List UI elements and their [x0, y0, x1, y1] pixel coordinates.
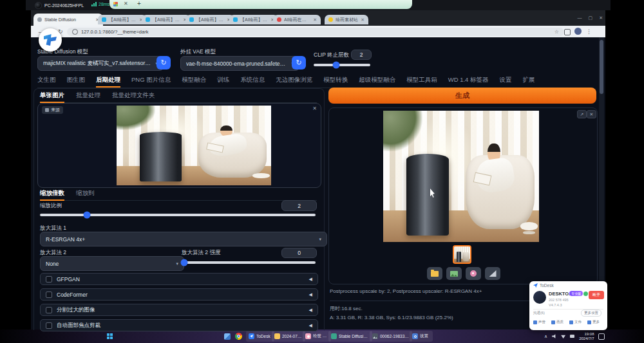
upscaler2-visibility-slider[interactable]: [182, 261, 316, 264]
resize-value[interactable]: 2: [281, 200, 317, 211]
taskbar-item-settings[interactable]: 设置: [410, 331, 433, 342]
image-upload-area[interactable]: 来源 ✕: [37, 103, 321, 188]
browser-tab[interactable]: AI绘画在线教程✕: [273, 15, 321, 24]
taskbar-item-folder[interactable]: 2024-07-07: [272, 331, 305, 342]
chat-section-label[interactable]: 沟通(6): [533, 311, 545, 315]
battery-icon[interactable]: [570, 335, 574, 338]
slider-knob[interactable]: [333, 62, 340, 69]
volume-icon[interactable]: [552, 334, 556, 338]
todesk-window[interactable]: ToDesk DESKTO... 专业版 断开 202 578 495 V4.7…: [529, 281, 607, 330]
subtab-batch-from-dir[interactable]: 批量处理文件夹: [112, 91, 155, 100]
upscaler2-visibility-value[interactable]: 0: [281, 248, 317, 258]
checkbox[interactable]: [46, 276, 52, 283]
address-bar[interactable]: 127.0.0.1:7860/?__theme=dark ☆: [67, 28, 564, 36]
tab-checkpoint-merger[interactable]: 模型融合: [182, 76, 206, 84]
maximize-icon[interactable]: ▢: [589, 15, 593, 21]
taskbar-item-huishi[interactable]: 绘世 2.6.1: [303, 331, 331, 342]
bookmark-star-icon[interactable]: ☆: [554, 29, 559, 35]
source-chip[interactable]: 来源: [42, 106, 63, 114]
save-image-button[interactable]: [446, 267, 462, 280]
checkbox[interactable]: [46, 292, 52, 298]
tab-img2img[interactable]: 图生图: [67, 76, 86, 84]
tab-system-info[interactable]: 系统信息: [240, 76, 265, 84]
disconnect-button[interactable]: 断开: [589, 291, 604, 299]
site-info-icon[interactable]: [72, 29, 78, 35]
tray-chevron-icon[interactable]: ∧: [544, 334, 547, 339]
tab-extensions[interactable]: 扩展: [523, 76, 535, 84]
clip-skip-value[interactable]: 2: [351, 50, 372, 60]
quick-action-more[interactable]: 更多: [587, 320, 600, 324]
browser-menu-icon[interactable]: ⋮: [586, 28, 592, 35]
generated-image[interactable]: [383, 111, 539, 242]
subtab-scale-to[interactable]: 缩放到: [76, 189, 95, 198]
more-settings-button[interactable]: 更多设置: [581, 310, 601, 317]
scrollbar-thumb[interactable]: [600, 40, 603, 94]
minimize-icon[interactable]: —: [578, 15, 582, 21]
call-icon[interactable]: [583, 292, 588, 296]
vae-dropdown[interactable]: vae-ft-mse-840000-ema-pruned.safetensors…: [180, 56, 299, 71]
slider-knob[interactable]: [181, 259, 188, 266]
upscaler1-dropdown[interactable]: R-ESRGAN 4x+▾: [40, 232, 327, 246]
send-to-img2img-button[interactable]: [466, 267, 481, 280]
clip-skip-slider[interactable]: [314, 64, 370, 66]
tab-png-info[interactable]: PNG 图片信息: [131, 76, 171, 84]
profile-avatar[interactable]: [574, 28, 582, 35]
accordion-auto-focal-crop[interactable]: 自动面部焦点剪裁◀: [40, 319, 318, 331]
checkbox[interactable]: [46, 322, 52, 329]
subtab-scale-by[interactable]: 缩放倍数: [40, 189, 64, 201]
subtab-single-image[interactable]: 单张图片: [40, 91, 64, 103]
session-tab[interactable]: PC-20240625HFPL: [32, 1, 93, 10]
tab-model-toolkit[interactable]: 模型工具箱: [406, 76, 437, 84]
expand-icon[interactable]: ↗: [577, 110, 587, 118]
quick-action-files[interactable]: 文件: [569, 320, 582, 324]
taskbar-item-todesk[interactable]: ToDesk: [246, 331, 274, 342]
notification-icon[interactable]: [598, 333, 605, 340]
uploaded-image[interactable]: [117, 106, 271, 185]
taskbar-item-console[interactable]: Stable Diffusion -Setup: [328, 331, 372, 342]
slider-knob[interactable]: [83, 212, 90, 219]
tab-supermerger[interactable]: 超级模型融合: [359, 76, 395, 84]
browser-tab[interactable]: 【AI绘画】模型下载与使用✕: [142, 15, 191, 24]
generate-button[interactable]: 生成: [328, 88, 596, 104]
resize-slider[interactable]: [40, 214, 316, 216]
close-preview-icon[interactable]: ✕: [587, 110, 596, 118]
chrome-icon[interactable]: [235, 333, 242, 340]
refresh-sd-model-button[interactable]: ↻: [156, 56, 171, 70]
start-button-icon[interactable]: [107, 333, 113, 339]
task-view-icon[interactable]: [224, 333, 231, 340]
checkbox[interactable]: [46, 307, 52, 313]
tab-wd14-tagger[interactable]: WD 1.4 标签器: [448, 76, 489, 84]
session-close-icon[interactable]: ✕: [124, 1, 128, 6]
network-icon[interactable]: [561, 334, 565, 338]
tab-settings[interactable]: 设置: [500, 76, 512, 84]
browser-tab[interactable]: 绘画素材站✕: [325, 15, 368, 24]
quick-action-sound[interactable]: 声音: [533, 320, 545, 324]
accordion-codeformer[interactable]: CodeFormer◀: [40, 288, 318, 301]
refresh-vae-button[interactable]: ↻: [292, 56, 306, 70]
tab-close-icon[interactable]: ✕: [313, 17, 317, 23]
extensions-icon[interactable]: [564, 29, 571, 35]
clear-image-icon[interactable]: ✕: [312, 106, 317, 111]
sd-model-dropdown[interactable]: majicMIX realistic 麦橘写实_v7.safetensors […: [37, 56, 164, 71]
tab-extras[interactable]: 后期处理: [96, 76, 120, 88]
accordion-split-oversize[interactable]: 分割过大的图像◀: [40, 304, 318, 316]
send-to-extras-button[interactable]: [485, 267, 500, 280]
quick-action-quality[interactable]: 画质: [551, 320, 564, 324]
session-new-tab-icon[interactable]: +: [137, 0, 141, 7]
tab-close-icon[interactable]: ✕: [361, 17, 365, 23]
browser-tab[interactable]: 【AI绘画】高清放大详解✕: [185, 15, 234, 24]
taskbar-clock[interactable]: 19:082024/7/7: [579, 332, 594, 341]
monitor-grid-icon[interactable]: [113, 2, 118, 6]
open-folder-button[interactable]: [427, 267, 442, 280]
browser-tab-active[interactable]: Stable Diffusion ✕: [33, 14, 103, 26]
taskbar-item-image[interactable]: 00062-1983386456.png: [370, 331, 412, 342]
tab-model-converter[interactable]: 模型转换: [323, 76, 348, 84]
close-icon[interactable]: ✕: [599, 15, 603, 21]
upscaler2-dropdown[interactable]: None▾: [40, 256, 184, 271]
tab-train[interactable]: 训练: [217, 76, 229, 84]
accordion-gfpgan[interactable]: GFPGAN◀: [40, 273, 318, 285]
tab-infinite-image-browser[interactable]: 无边图像浏览: [276, 76, 312, 84]
subtab-batch-process[interactable]: 批量处理: [76, 91, 100, 100]
browser-tab[interactable]: 【AI绘画】LoRA 使用教程✕: [229, 15, 278, 24]
tab-txt2img[interactable]: 文生图: [37, 76, 56, 84]
